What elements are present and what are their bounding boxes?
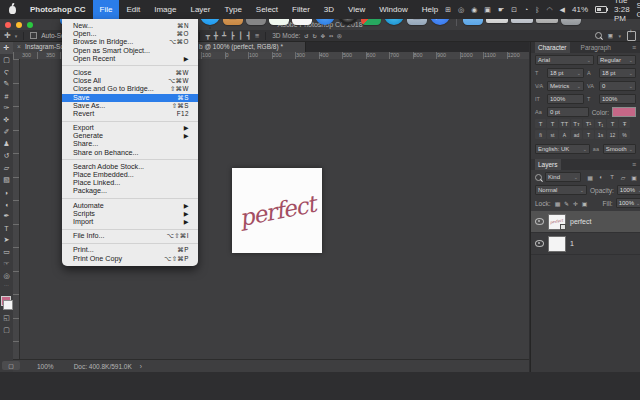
share-icon[interactable] [627, 31, 636, 41]
file-menu-item[interactable] [62, 65, 198, 66]
layers-panel-menu-icon[interactable]: ≡ [632, 161, 636, 168]
align-center-icon[interactable]: ┃ [239, 32, 243, 40]
small-caps-button[interactable]: Tт [571, 119, 582, 128]
smart-object-filter-icon[interactable]: ▣ [630, 174, 638, 181]
ordinals-button[interactable]: 1s [595, 130, 606, 139]
layer-filter-kind-select[interactable]: Kind⌄ [545, 172, 581, 182]
fill-input[interactable]: 100%⌄ [616, 198, 640, 208]
faux-bold-button[interactable]: T [535, 119, 546, 128]
menu-bar-item[interactable]: View [341, 0, 372, 19]
visibility-eye-icon[interactable] [535, 218, 544, 225]
orbit-3d-icon[interactable]: ↺ [304, 32, 308, 40]
file-menu-item[interactable]: Import ▶ [62, 218, 198, 226]
horizontal-scale-input[interactable]: 100% [599, 94, 636, 104]
lock-artboard-icon[interactable]: ▣ [581, 200, 589, 207]
lock-all-icon[interactable] [590, 200, 598, 207]
menu-bar-item[interactable]: Type [217, 0, 248, 19]
status-expand-arrow-icon[interactable]: › [140, 363, 142, 370]
workspace-caret-icon[interactable]: ▾ [618, 33, 621, 39]
fractions-button[interactable]: 12 [607, 130, 618, 139]
menu-bar-item[interactable]: Image [147, 0, 183, 19]
file-menu-item[interactable]: Package... [62, 187, 198, 195]
faux-italic-button[interactable]: T [547, 119, 558, 128]
distribute-icon[interactable]: ≡ [255, 32, 259, 40]
lasso-tool[interactable]: Ϛ [0, 66, 13, 78]
edit-toolbar-icon[interactable]: ⋯ [4, 282, 9, 290]
marquee-tool[interactable]: ▢ [0, 54, 13, 66]
pan-3d-icon[interactable]: ✥ [321, 32, 325, 40]
adjustment-layers-filter-icon[interactable]: ◐ [597, 174, 605, 181]
file-menu-item[interactable] [62, 121, 198, 122]
vertical-scale-input[interactable]: 100% [547, 94, 584, 104]
shape-tool[interactable]: ▭ [0, 246, 13, 258]
all-caps-button[interactable]: TT [559, 119, 570, 128]
layers-panel-tab[interactable]: Layers [535, 159, 561, 170]
hand-status-icon[interactable]: ☛ [498, 0, 504, 19]
eraser-tool[interactable]: ▱ [0, 162, 13, 174]
panel-tab[interactable]: Paragraph [578, 42, 614, 53]
quick-selection-tool[interactable]: ✎ [0, 78, 13, 90]
align-right-icon[interactable]: ┫ [247, 32, 251, 40]
font-style-select[interactable]: Regular⌄ [597, 55, 636, 65]
minimize[interactable] [16, 22, 22, 28]
menu-bar-user[interactable]: Sarah Guilliot [637, 1, 640, 19]
underline-button[interactable]: T [607, 119, 618, 128]
layer-thumbnail[interactable]: perfect [548, 214, 566, 230]
crop-tool[interactable]: # [0, 90, 13, 102]
blur-tool[interactable]: ◗ [0, 186, 13, 198]
eyedropper-tool[interactable]: ✑ [0, 102, 13, 114]
hand-tool[interactable]: ☞ [0, 258, 13, 270]
menu-bar-item[interactable]: Filter [285, 0, 317, 19]
gradient-tool[interactable]: ▧ [0, 174, 13, 186]
clone-stamp-tool[interactable]: ♟ [0, 138, 13, 150]
scale-3d-icon[interactable]: ◎ [337, 32, 341, 40]
stylistic-alternates-button[interactable]: ad [571, 130, 582, 139]
language-select[interactable]: English: UK⌄ [535, 144, 590, 154]
window-status-icon[interactable]: ⊞ [445, 0, 451, 19]
anti-alias-select[interactable]: Smooth⌄ [603, 144, 636, 154]
tool-preset-caret-icon[interactable]: ▾ [15, 33, 18, 39]
leading-input[interactable]: 18 pt⌄ [599, 68, 636, 78]
visibility-eye-icon[interactable] [535, 240, 544, 247]
align-middle-icon[interactable]: ╋ [214, 32, 218, 40]
titling-alternates-button[interactable]: T [583, 130, 594, 139]
menu-bar-item[interactable]: Layer [183, 0, 217, 19]
menu-bar-item[interactable]: File [93, 0, 120, 19]
lock-pixels-icon[interactable]: ✎ [563, 200, 571, 207]
layer-row[interactable]: 1 [531, 233, 640, 255]
type-layers-filter-icon[interactable]: T [608, 174, 616, 181]
layer-thumbnail[interactable] [548, 236, 566, 252]
menu-bar-item[interactable]: Select [249, 0, 285, 19]
superscript-button[interactable]: T¹ [583, 119, 594, 128]
blend-mode-select[interactable]: Normal⌄ [535, 185, 587, 195]
display-status-icon[interactable]: ⊡ [511, 0, 517, 19]
menu-bar-item[interactable]: 3D [317, 0, 341, 19]
zoom-level[interactable]: 100% [37, 363, 54, 370]
layers-status-icon[interactable]: ▣ [484, 0, 491, 19]
ligatures-button[interactable]: fi [535, 130, 546, 139]
zoom[interactable] [27, 22, 33, 28]
type-tool[interactable]: T [0, 222, 13, 234]
font-size-input[interactable]: 18 pt⌄ [547, 68, 584, 78]
roll-3d-icon[interactable]: ↻ [313, 32, 317, 40]
contextual-alternates-button[interactable]: st [547, 130, 558, 139]
file-menu-item[interactable]: Open Recent ▶ [62, 55, 198, 63]
align-left-icon[interactable]: ┣ [230, 32, 234, 40]
target-status-icon[interactable]: ◎ [458, 0, 464, 19]
zoom-tool[interactable]: ◎ [0, 270, 13, 282]
file-menu-item[interactable]: File Info... ⌥⇧⌘I [62, 232, 198, 240]
file-menu-item[interactable]: Print One Copy ⌥⇧⌘P [62, 255, 198, 263]
quick-mask-icon[interactable]: ◱ [3, 314, 10, 322]
align-bottom-icon[interactable]: ┻ [222, 32, 226, 40]
file-menu-item[interactable]: Revert F12 [62, 110, 198, 118]
pen-tool[interactable]: ✒ [0, 210, 13, 222]
menu-bar-item[interactable]: Photoshop CC [23, 0, 93, 19]
path-selection-tool[interactable]: ➤ [0, 234, 13, 246]
align-top-icon[interactable]: ┳ [206, 32, 210, 40]
screen-mode-icon[interactable]: ▢ [3, 326, 10, 334]
workspace-switcher-icon[interactable]: ▣ [608, 32, 612, 40]
tracking-select[interactable]: 0⌄ [599, 81, 636, 91]
menu-bar-item[interactable]: Window [372, 0, 414, 19]
history-brush-tool[interactable]: ↺ [0, 150, 13, 162]
font-family-select[interactable]: Arial⌄ [535, 55, 594, 65]
